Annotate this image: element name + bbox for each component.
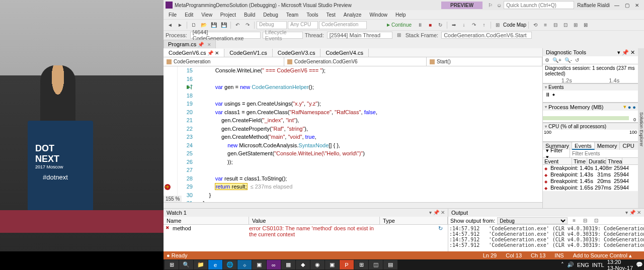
step-over-icon[interactable]: ↷: [469, 21, 478, 30]
codemap-label[interactable]: Code Map: [503, 22, 526, 28]
tb-e-icon[interactable]: ⊞: [571, 21, 580, 30]
out-a-icon[interactable]: ≡: [570, 216, 579, 225]
out-b-icon[interactable]: ⊟: [581, 216, 590, 225]
tb-vs[interactable]: ∞: [267, 260, 281, 269]
lifecycle-combo[interactable]: Lifecycle Events: [263, 32, 303, 39]
menu-view[interactable]: View: [197, 11, 216, 19]
saveall-icon[interactable]: 💾: [219, 21, 228, 30]
zoom-level[interactable]: 155 %: [164, 196, 182, 202]
solution-explorer-tab[interactable]: Solution Explorer: [638, 48, 644, 208]
menu-window[interactable]: Window: [365, 11, 391, 19]
platform-select[interactable]: Any CPU: [288, 21, 318, 29]
diag-zoomin-icon[interactable]: 🔍+: [552, 57, 561, 63]
tray-lang[interactable]: ENG: [577, 262, 589, 268]
forward-icon[interactable]: ►: [176, 21, 185, 30]
system-tray[interactable]: ˄ 🔊 ENG INTL 13:2013-Nov-17 💬: [561, 259, 643, 271]
tb-ppt[interactable]: P: [340, 260, 354, 269]
tab-codegenv1[interactable]: CodeGenV1.cs: [224, 49, 273, 57]
stackframe-combo[interactable]: CodeGeneration.CodGenV6.Start: [441, 32, 532, 39]
diag-events-graph[interactable]: ⏸ ◆: [543, 91, 638, 103]
out-c-icon[interactable]: ⊡: [592, 216, 601, 225]
output-text[interactable]: :14:57.912 'CodeGeneration.exe' (CLR v4.…: [448, 225, 644, 252]
tb-app4[interactable]: ▣: [325, 260, 339, 269]
feedback-icon[interactable]: ☺: [495, 1, 504, 10]
diag-tab-memory[interactable]: Memory Usage: [595, 142, 620, 150]
menu-project[interactable]: Project: [216, 11, 240, 19]
diag-cpu-header[interactable]: CPU (% of all processors): [543, 123, 638, 130]
restart-icon[interactable]: ↻: [436, 21, 445, 30]
diag-reset-icon[interactable]: ↺: [575, 57, 579, 63]
tray-time[interactable]: 13:2013-Nov-17: [607, 259, 633, 271]
filter-input[interactable]: [570, 151, 638, 156]
quick-launch-input[interactable]: [504, 1, 574, 9]
config-select[interactable]: Debug: [257, 21, 287, 29]
menu-edit[interactable]: Edit: [181, 11, 197, 19]
tray-kb[interactable]: INTL: [592, 262, 604, 268]
maximize-button[interactable]: ▢: [622, 2, 632, 9]
nav-class[interactable]: CodeGeneration.CodGenV6: [284, 57, 427, 66]
tab-codegenv4[interactable]: CodeGenV4.cs: [320, 49, 369, 57]
menu-debug[interactable]: Debug: [259, 11, 282, 19]
tray-net-icon[interactable]: 🔊: [567, 261, 574, 268]
open-icon[interactable]: 📂: [199, 21, 208, 30]
tb-edge[interactable]: e: [208, 260, 222, 269]
tb-vscode[interactable]: ⟐: [237, 260, 252, 269]
tb-chrome[interactable]: 🌐: [223, 260, 237, 269]
continue-button[interactable]: Continue: [384, 22, 415, 28]
tb-app5[interactable]: ⊞: [354, 260, 368, 269]
diag-zoomout-icon[interactable]: 🔍-: [565, 57, 572, 63]
diag-memory-graph[interactable]: 0: [543, 111, 638, 123]
process-combo[interactable]: [4644] CodeGeneration.exe: [190, 32, 261, 39]
menu-help[interactable]: Help: [391, 11, 410, 19]
thread-combo[interactable]: [25944] Main Thread: [327, 32, 392, 39]
pause-icon[interactable]: ⏸: [416, 21, 425, 30]
status-sourcecontrol[interactable]: Add to Source Control ▴: [573, 252, 632, 259]
tb-app6[interactable]: ◫: [369, 260, 383, 269]
tab-codegenv3[interactable]: CodeGenV3.cs: [273, 49, 321, 57]
refresh-icon[interactable]: ↻: [438, 225, 443, 237]
tray-notif-icon[interactable]: 💬: [636, 261, 643, 268]
diag-cpu-graph[interactable]: 100 100: [543, 130, 638, 142]
diag-settings-icon[interactable]: ⚙: [545, 57, 549, 63]
thread-icon[interactable]: ⊞: [394, 31, 404, 40]
code-lines[interactable]: Console.WriteLine(" === CodeGenV6 === ")…: [197, 66, 542, 202]
menu-test[interactable]: Test: [323, 11, 340, 19]
diag-tab-events[interactable]: Events: [572, 142, 595, 150]
tb-app7[interactable]: ▤: [383, 260, 397, 269]
menu-tools[interactable]: Tools: [302, 11, 322, 19]
codemap-icon[interactable]: ⊞: [493, 21, 502, 30]
watch-close-icon[interactable]: ▾ 📌 ✕: [429, 210, 445, 216]
step-out-icon[interactable]: ↑: [479, 21, 489, 30]
tb-f-icon[interactable]: ⊠: [581, 21, 590, 30]
tb-app1[interactable]: ▦: [281, 260, 295, 269]
tb-explorer[interactable]: 📁: [194, 260, 208, 269]
nav-project[interactable]: CodeGeneration: [164, 57, 284, 66]
breakpoint-margin[interactable]: [164, 66, 178, 202]
stop-icon[interactable]: ■: [426, 21, 435, 30]
tb-cmd[interactable]: ▣: [252, 260, 266, 269]
tb-a-icon[interactable]: ⟲: [531, 21, 540, 30]
undo-icon[interactable]: ↶: [233, 21, 242, 30]
new-icon[interactable]: 🗋: [189, 21, 198, 30]
menu-analyze[interactable]: Analyze: [340, 11, 366, 19]
diag-events-header[interactable]: Events: [543, 83, 638, 91]
menu-team[interactable]: Team: [282, 11, 302, 19]
back-icon[interactable]: ◄: [166, 21, 175, 30]
tb-app2[interactable]: ◆: [296, 260, 310, 269]
diag-memory-header[interactable]: Process Memory (MB)▾● ●: [543, 103, 638, 111]
pin-icon[interactable]: ▾ 📌 ✕: [617, 49, 635, 56]
code-editor[interactable]: 1516171819202122232425262728293031 Conso…: [164, 66, 542, 202]
tb-c-icon[interactable]: ⊟: [551, 21, 560, 30]
step-into-icon[interactable]: ↓: [459, 21, 468, 30]
output-close-icon[interactable]: ▾ 📌 ✕: [625, 210, 641, 216]
next-stmt-icon[interactable]: ➡: [449, 21, 458, 30]
tab-codegenv6[interactable]: CodeGenV6.cs 📌 ✕: [164, 49, 224, 57]
menu-build[interactable]: Build: [240, 11, 259, 19]
save-icon[interactable]: 💾: [209, 21, 218, 30]
notif-icon[interactable]: ⚐: [486, 1, 495, 10]
minimize-button[interactable]: —: [612, 2, 622, 9]
user-name[interactable]: Raffaele Rialdi: [577, 3, 610, 8]
watch-row[interactable]: method error CS0103: The name 'method' d…: [164, 225, 448, 238]
tb-app3[interactable]: ◉: [310, 260, 325, 269]
h-scrollbar[interactable]: [164, 202, 542, 208]
